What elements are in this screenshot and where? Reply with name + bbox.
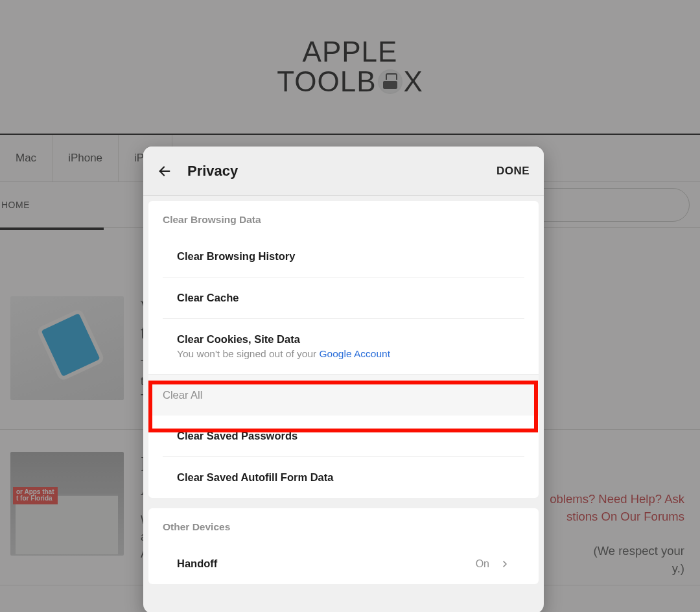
- modal-title: Privacy: [187, 163, 481, 180]
- clear-cookies-label: Clear Cookies, Site Data: [177, 333, 300, 345]
- clear-autofill-row[interactable]: Clear Saved Autofill Form Data: [163, 456, 524, 498]
- handoff-label: Handoff: [177, 558, 217, 570]
- privacy-modal: Privacy DONE Clear Browsing Data Clear B…: [143, 147, 544, 612]
- clear-history-row[interactable]: Clear Browsing History: [163, 236, 524, 277]
- handoff-row[interactable]: Handoff On: [163, 543, 524, 584]
- back-arrow-icon[interactable]: [158, 164, 172, 178]
- clear-data-section: Clear Browsing Data Clear Browsing Histo…: [148, 201, 539, 498]
- chevron-right-icon: [500, 559, 510, 569]
- done-button[interactable]: DONE: [496, 165, 530, 178]
- clear-cookies-sub: You won't be signed out of your Google A…: [177, 348, 510, 360]
- clear-all-row[interactable]: Clear All: [148, 374, 539, 416]
- google-account-link[interactable]: Google Account: [320, 348, 390, 359]
- section-header-other: Other Devices: [148, 508, 539, 543]
- clear-cookies-row[interactable]: Clear Cookies, Site Data You won't be si…: [163, 318, 524, 374]
- cookies-sub-pre: You won't be signed out of your: [177, 348, 320, 359]
- other-devices-section: Other Devices Handoff On: [148, 508, 539, 584]
- handoff-value: On: [476, 558, 489, 570]
- clear-cache-row[interactable]: Clear Cache: [163, 277, 524, 318]
- section-header-clear: Clear Browsing Data: [148, 201, 539, 236]
- clear-passwords-row[interactable]: Clear Saved Passwords: [163, 416, 524, 456]
- modal-header: Privacy DONE: [143, 147, 544, 196]
